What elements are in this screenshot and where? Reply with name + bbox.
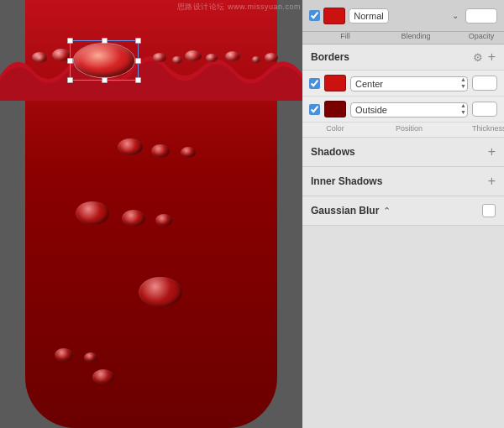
inner-shadows-section-header: Inner Shadows + (302, 167, 504, 196)
droplet-1 (118, 138, 143, 155)
border-1-color-swatch[interactable] (324, 75, 346, 91)
handle-top-center[interactable] (102, 38, 108, 44)
droplet-6 (155, 214, 172, 227)
toolbar-strip: Normal Multiply Screen 100% (302, 0, 504, 32)
bubble-surface-7 (206, 54, 218, 62)
handle-middle-right[interactable] (135, 58, 141, 64)
border-1-thickness-input[interactable]: 1 (472, 76, 497, 91)
border-2-color-swatch[interactable] (324, 101, 346, 117)
shadows-title: Shadows (311, 146, 355, 158)
droplet-bottom-2 (84, 352, 97, 363)
droplet-2 (151, 144, 170, 158)
bubble-surface-6 (185, 50, 202, 61)
canvas-area: 思路设计论坛 www.missyuan.com (0, 0, 302, 428)
blend-mode-wrapper: Normal Multiply Screen (349, 8, 462, 23)
handle-top-left[interactable] (67, 38, 73, 44)
droplet-bottom-1 (55, 348, 73, 362)
droplet-3 (181, 147, 196, 158)
border-row-2: Outside Center Inside ▲ ▼ 1 (302, 97, 504, 123)
border-row-1: Center Inside Outside ▲ ▼ 1 (302, 70, 504, 97)
border-2-position-wrapper: Outside Center Inside ▲ ▼ (350, 102, 468, 117)
borders-icons: ⚙ + (473, 50, 496, 64)
border-2-position-select[interactable]: Outside Center Inside (350, 102, 468, 117)
border-1-position-select[interactable]: Center Inside Outside (350, 76, 468, 91)
gaussian-blur-title: Gaussian Blur (311, 205, 379, 217)
droplet-5 (122, 210, 145, 227)
droplet-large-1 (139, 277, 182, 307)
gaussian-title-wrapper: Gaussian Blur ⌃ (311, 205, 391, 217)
handle-bottom-right[interactable] (135, 77, 141, 83)
panel-filler (302, 226, 504, 428)
inner-shadows-title: Inner Shadows (311, 175, 382, 187)
borders-title: Borders (311, 51, 349, 63)
border-1-position-wrapper: Center Inside Outside ▲ ▼ (350, 76, 468, 91)
bubble-surface-4 (153, 53, 166, 62)
toolbar-column-labels: Fill Blending Opacity (302, 32, 504, 44)
border-column-labels: Color Position Thickness (302, 123, 504, 138)
gaussian-blur-checkbox[interactable] (482, 204, 496, 217)
opacity-label: Opacity (465, 32, 497, 40)
border-2-checkbox[interactable] (309, 104, 320, 115)
handle-middle-left[interactable] (67, 58, 73, 64)
handle-top-right[interactable] (135, 38, 141, 44)
bubble-surface-8 (225, 51, 240, 61)
right-panel: Normal Multiply Screen 100% Fill Blendin… (302, 0, 504, 428)
droplet-bottom-3 (92, 369, 114, 384)
fill-color-swatch[interactable] (323, 8, 345, 24)
border-2-thickness-input[interactable]: 1 (472, 102, 497, 117)
gaussian-blur-section: Gaussian Blur ⌃ (302, 196, 504, 226)
inner-shadows-add-icon[interactable]: + (488, 175, 496, 188)
borders-add-icon[interactable]: + (488, 50, 496, 64)
red-surface (0, 34, 302, 101)
fill-checkbox[interactable] (309, 10, 320, 21)
opacity-input[interactable]: 100% (465, 8, 497, 23)
border-1-checkbox[interactable] (309, 78, 320, 89)
shadows-section-header: Shadows + (302, 138, 504, 167)
borders-section-header: Borders ⚙ + (302, 44, 504, 70)
shadows-add-icon[interactable]: + (488, 145, 496, 159)
selection-box (70, 40, 139, 81)
bubble-surface-3 (35, 55, 47, 63)
gaussian-chevron-icon[interactable]: ⌃ (383, 206, 391, 217)
col-label-thickness: Thickness (472, 124, 497, 133)
handle-bottom-center[interactable] (102, 77, 108, 83)
bubble-surface-10 (265, 53, 278, 62)
blend-mode-select[interactable]: Normal Multiply Screen (349, 8, 389, 23)
col-label-position: Position (350, 124, 468, 133)
fill-label: Fill (324, 32, 366, 40)
bubble-surface-5 (172, 56, 182, 64)
bubble-surface-9 (252, 56, 260, 63)
blending-label: Blending (366, 32, 465, 40)
col-label-color: Color (324, 124, 346, 133)
handle-bottom-left[interactable] (67, 77, 73, 83)
droplet-4 (76, 201, 109, 225)
borders-gear-icon[interactable]: ⚙ (473, 52, 483, 63)
